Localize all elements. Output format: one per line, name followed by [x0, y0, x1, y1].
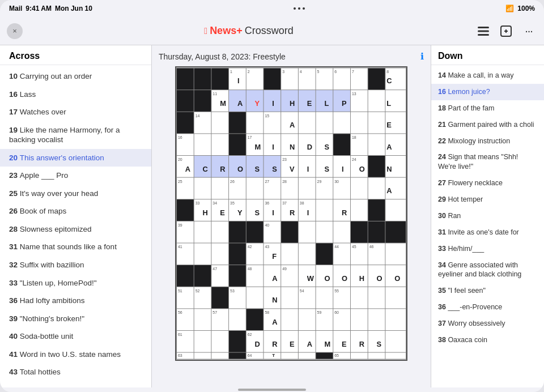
svg-text:18: 18 — [352, 135, 356, 139]
svg-rect-170 — [194, 221, 211, 243]
svg-text:36: 36 — [265, 201, 269, 205]
svg-rect-243 — [385, 287, 406, 309]
status-right: 📶 100% — [505, 5, 535, 12]
across-clues-list[interactable]: 10 Carrying out an order 16 Lass 17 Watc… — [0, 65, 151, 387]
svg-rect-65 — [333, 112, 350, 134]
svg-rect-290 — [211, 353, 228, 359]
clue-across-31[interactable]: 31 Name that sounds like a font — [0, 238, 151, 256]
clue-across-25[interactable]: 25 It's way over your head — [0, 185, 151, 203]
svg-text:41: 41 — [178, 245, 182, 249]
clue-across-23[interactable]: 23 Apple ___ Pro — [0, 167, 151, 185]
clue-across-41[interactable]: 41 Word in two U.S. state names — [0, 346, 151, 364]
clue-down-21[interactable]: 21 Garment paired with a choli — [431, 117, 544, 133]
down-number-33: 33 — [438, 245, 448, 253]
svg-rect-302 — [385, 353, 406, 359]
svg-text:44: 44 — [334, 245, 339, 249]
clue-across-33[interactable]: 33 "Listen up, HomePod!" — [0, 274, 151, 292]
info-icon[interactable]: ℹ — [420, 51, 424, 62]
clue-across-17[interactable]: 17 Watches over — [0, 103, 151, 121]
crossword-grid[interactable]: .gc { fill: white; } .gb { fill: #1c1c1e… — [175, 66, 407, 361]
svg-rect-235 — [281, 287, 298, 309]
list-view-button[interactable] — [475, 23, 492, 40]
svg-rect-186 — [211, 243, 228, 265]
clue-down-37[interactable]: 37 Worry obsessively — [431, 316, 544, 332]
svg-text:L: L — [324, 99, 329, 108]
clue-text-17: Watches over — [20, 108, 66, 116]
svg-text:V: V — [290, 165, 295, 173]
home-indicator — [0, 387, 544, 392]
down-clues-list[interactable]: 14 Make a call, in a way 16 Lemon juice?… — [431, 65, 544, 387]
down-number-31: 31 — [438, 228, 448, 236]
svg-rect-7 — [177, 69, 194, 90]
more-button[interactable]: ··· — [520, 23, 537, 40]
clue-down-27[interactable]: 27 Flowery necklace — [431, 175, 544, 191]
svg-rect-0 — [478, 27, 489, 28]
svg-text:O: O — [237, 165, 243, 173]
svg-text:I: I — [307, 165, 309, 173]
close-button[interactable]: × — [7, 23, 23, 39]
toolbar-center:  News+ Crossword — [204, 25, 293, 37]
svg-text:54: 54 — [300, 289, 304, 293]
svg-text:S: S — [272, 165, 277, 173]
clue-across-20[interactable]: 20 This answer's orientation — [0, 149, 151, 167]
svg-rect-207 — [229, 265, 246, 287]
clue-across-32[interactable]: 32 Suffix with bazillion — [0, 256, 151, 274]
svg-text:H: H — [203, 208, 208, 217]
svg-text:46: 46 — [369, 245, 374, 249]
clue-across-10[interactable]: 10 Carrying out an order — [0, 67, 151, 86]
clue-across-26[interactable]: 26 Book of maps — [0, 202, 151, 220]
clue-down-31[interactable]: 31 Invite as one's date for — [431, 224, 544, 241]
svg-rect-141 — [177, 199, 194, 221]
clue-text-20: This answer's orientation — [20, 154, 104, 162]
clue-down-14[interactable]: 14 Make a call, in a way — [431, 67, 544, 84]
svg-text:1: 1 — [230, 70, 232, 74]
down-text-37: Worry obsessively — [448, 319, 505, 327]
svg-text:O: O — [394, 274, 400, 283]
clue-number-36: 36 — [9, 296, 20, 305]
clue-down-29[interactable]: 29 Hot temper — [431, 191, 544, 208]
down-number-22: 22 — [438, 137, 448, 145]
clue-across-39[interactable]: 39 "Nothing's broken!" — [0, 310, 151, 328]
clue-across-40[interactable]: 40 Soda-bottle unit — [0, 327, 151, 346]
clue-down-24[interactable]: 24 Sign that means "Shh! We're live!" — [431, 149, 544, 175]
clue-down-34[interactable]: 34 Genre associated with eyeliner and bl… — [431, 257, 544, 283]
clue-across-28[interactable]: 28 Slowness epitomized — [0, 220, 151, 238]
svg-text:4: 4 — [300, 70, 302, 74]
clue-text-39: "Nothing's broken!" — [20, 314, 84, 323]
svg-rect-251 — [246, 309, 264, 330]
svg-text:49: 49 — [282, 267, 287, 271]
clue-number-39: 39 — [9, 314, 20, 323]
clue-down-33[interactable]: 33 He/him/___ — [431, 241, 544, 257]
svg-text:I: I — [272, 143, 274, 151]
svg-text:58: 58 — [265, 310, 269, 314]
svg-text:34: 34 — [212, 201, 217, 205]
svg-text:S: S — [255, 165, 260, 173]
svg-text:61: 61 — [178, 333, 182, 336]
clue-down-36[interactable]: 36 ___-en-Provence — [431, 299, 544, 316]
clue-down-22[interactable]: 22 Mixology instruction — [431, 133, 544, 150]
svg-text:47: 47 — [212, 267, 217, 271]
svg-rect-238 — [316, 287, 333, 309]
clue-across-16[interactable]: 16 Lass — [0, 86, 151, 104]
clue-across-43[interactable]: 43 Total hotties — [0, 363, 151, 381]
clue-down-35[interactable]: 35 "I feel seen" — [431, 283, 544, 299]
svg-rect-176 — [281, 221, 298, 243]
svg-rect-43 — [368, 90, 385, 112]
svg-rect-173 — [246, 221, 264, 243]
svg-text:I: I — [237, 76, 240, 85]
share-button[interactable] — [498, 23, 515, 40]
clue-down-38[interactable]: 38 Oaxaca coin — [431, 332, 544, 348]
clue-down-18[interactable]: 18 Part of the fam — [431, 100, 544, 117]
clue-down-16[interactable]: 16 Lemon juice? — [431, 84, 544, 100]
clue-across-36[interactable]: 36 Had lofty ambitions — [0, 292, 151, 310]
svg-text:T: T — [272, 353, 275, 359]
crossword-label: Crossword — [245, 25, 294, 37]
svg-text:27: 27 — [265, 180, 269, 184]
clue-down-30[interactable]: 30 Ran — [431, 208, 544, 224]
svg-text:W: W — [307, 274, 314, 283]
svg-text:14: 14 — [196, 114, 200, 118]
clue-across-19[interactable]: 19 Like the name Harmony, for a backing … — [0, 121, 151, 149]
svg-rect-182 — [385, 221, 406, 243]
svg-text:48: 48 — [248, 267, 252, 271]
svg-text:20: 20 — [178, 157, 182, 161]
